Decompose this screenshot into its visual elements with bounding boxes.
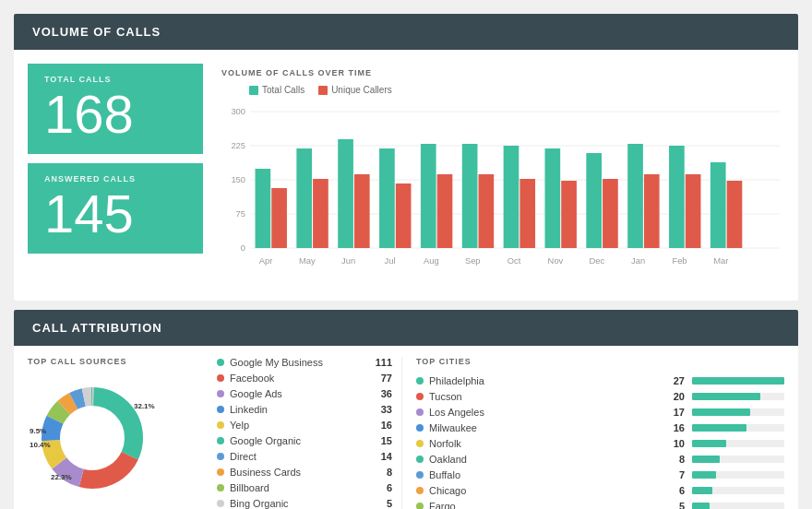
svg-text:300: 300 [231,107,245,116]
source-name: Direct [230,451,369,462]
cities-title: TOP CITIES [416,357,784,366]
source-item: Bing Organic 5 [217,498,392,509]
city-dot [416,408,424,416]
volume-section-title: VOLUME OF CALLS [32,25,161,39]
source-item: Google Ads 36 [217,388,392,399]
svg-rect-33 [727,181,743,248]
svg-text:Apr: Apr [259,256,273,266]
legend-dot-unique [318,86,328,95]
city-bar-container [692,456,784,463]
city-bar [692,471,716,479]
svg-rect-24 [544,148,560,248]
legend-total-label: Total Calls [262,85,304,95]
svg-text:32.1%: 32.1% [134,402,155,410]
city-dot [416,487,424,494]
city-name: Norfolk [429,438,662,449]
city-item: Buffalo 7 [416,469,784,480]
attribution-section-title: CALL ATTRIBUTION [32,321,162,335]
source-name: Yelp [230,420,369,431]
city-name: Los Angeles [429,407,662,418]
source-dot [217,437,224,444]
svg-rect-32 [710,162,726,248]
chart-title: VOLUME OF CALLS OVER TIME [221,68,780,77]
source-dot [217,390,224,397]
svg-text:Jan: Jan [631,256,645,266]
city-bar-container [692,377,784,385]
legend-dot-total [249,86,258,95]
city-bar-container [692,503,784,509]
city-dot [416,440,424,447]
source-dot [217,421,224,429]
top-sources-title: TOP CALL SOURCES [28,357,127,366]
source-item: Facebook 77 [217,373,392,384]
city-bar-container [692,408,784,416]
city-dot [416,424,424,432]
svg-rect-14 [338,139,353,248]
pie-chart: 32.1% 22.3% 10.4% 9.5% [28,373,157,503]
source-item: Direct 14 [217,451,392,462]
source-name: Bing Organic [230,498,369,509]
svg-text:Mar: Mar [713,256,728,266]
svg-point-55 [65,410,120,466]
legend-total-calls: Total Calls [249,85,304,95]
svg-text:Nov: Nov [548,256,564,266]
sources-list: Google My Business 111 Facebook 77 Googl… [208,357,392,509]
city-bar-container [692,487,784,494]
city-item: Philadelphia 27 [416,375,784,386]
city-name: Fargo [429,501,662,509]
legend-unique-callers: Unique Callers [318,85,392,95]
source-name: Google Organic [230,435,369,446]
city-item: Fargo 5 [416,501,784,509]
city-bar [692,377,784,385]
svg-rect-15 [354,174,370,248]
source-dot [217,500,224,507]
source-name: Facebook [230,373,369,384]
total-calls-label: TOTAL CALLS [44,75,186,84]
city-count: 8 [662,454,685,465]
city-name: Tucson [429,391,662,402]
svg-text:Aug: Aug [424,256,439,266]
svg-rect-27 [603,179,618,248]
city-dot [416,503,424,509]
city-count: 20 [662,391,685,402]
source-count: 111 [369,357,392,368]
city-count: 27 [662,375,685,386]
svg-rect-21 [479,174,495,248]
source-count: 36 [369,388,392,399]
total-calls-card: TOTAL CALLS 168 [28,64,203,154]
source-name: Google Ads [230,388,369,399]
svg-rect-22 [504,146,519,248]
city-name: Buffalo [429,469,662,480]
city-bar [692,408,750,416]
city-bar-container [692,471,784,479]
city-dot [416,377,424,385]
city-bar [692,503,710,509]
svg-rect-13 [313,179,328,248]
city-bar-container [692,393,784,400]
svg-rect-20 [462,144,478,248]
svg-text:10.4%: 10.4% [30,441,51,449]
source-dot [217,484,224,491]
city-bar [692,424,746,432]
chart-legend: Total Calls Unique Callers [249,85,780,95]
svg-text:Dec: Dec [589,256,604,266]
svg-rect-23 [519,179,535,248]
source-item: Linkedin 33 [217,404,392,415]
svg-text:22.3%: 22.3% [51,473,72,481]
calls-over-time-chart: VOLUME OF CALLS OVER TIME Total Calls Un… [217,64,784,287]
top-section: VOLUME OF CALLS TOTAL CALLS 168 ANSWERED… [14,14,798,301]
city-count: 16 [662,422,685,433]
source-count: 16 [369,420,392,431]
svg-text:75: 75 [236,209,245,219]
source-count: 14 [369,451,392,462]
svg-rect-12 [296,148,312,248]
city-dot [416,393,424,400]
svg-rect-26 [586,153,602,248]
city-name: Milwaukee [429,422,662,433]
city-bar [692,456,720,463]
svg-text:Sep: Sep [465,256,481,266]
svg-rect-16 [379,148,395,248]
svg-rect-29 [644,174,660,248]
svg-rect-19 [437,174,453,248]
source-dot [217,453,224,460]
